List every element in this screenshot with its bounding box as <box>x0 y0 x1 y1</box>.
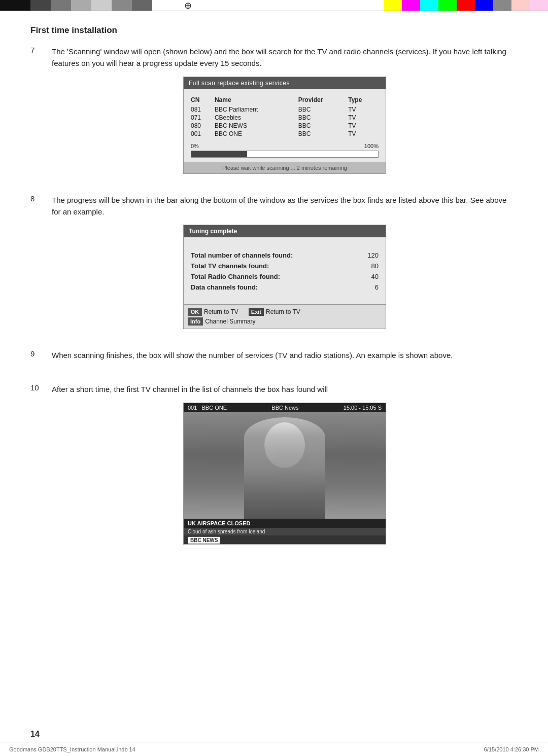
info-button-text: Channel Summary <box>205 318 255 325</box>
color-block <box>112 0 132 11</box>
scan-progress-bar <box>191 151 379 158</box>
step-10-content: After a short time, the first TV channel… <box>52 383 518 549</box>
tv-screen-container: 001 BBC ONE BBC News 15:00 - 15:05 S <box>52 403 518 545</box>
color-block <box>30 0 51 11</box>
scan-screen: Full scan replace existing services CN N… <box>183 77 386 174</box>
ok-button-label[interactable]: OK <box>188 308 202 316</box>
tv-logo-text: BBC NEWS <box>190 537 218 543</box>
step-7-content: The 'Scanning' window will open (shown b… <box>52 46 518 179</box>
scan-col-cn: CN <box>191 95 215 105</box>
step-9: 9 When scanning finishes, the box will s… <box>30 349 518 368</box>
tv-ticker-text: Cloud of ash spreads from Iceland <box>188 529 265 534</box>
color-block-blue <box>475 0 493 11</box>
color-block-light <box>530 0 548 11</box>
tuning-label: Data channels found: <box>191 283 258 291</box>
center-symbol: ⊕ <box>173 0 203 11</box>
exit-button-label[interactable]: Exit <box>249 308 264 316</box>
tuning-value: 80 <box>371 262 379 270</box>
exit-button-text: Return to TV <box>266 308 300 315</box>
table-cell: 080 <box>191 122 215 130</box>
scan-col-type: Type <box>348 95 379 105</box>
color-block <box>91 0 112 11</box>
footer-left: Goodmans GDB20TTS_Instruction Manual.ind… <box>9 746 135 752</box>
tuning-btn-row-ok-exit: OK Return to TV Exit Return to TV <box>188 308 382 316</box>
tv-ticker: Cloud of ash spreads from Iceland <box>184 528 386 535</box>
step-number-10: 10 <box>30 383 52 392</box>
tuning-row-tv: Total TV channels found: 80 <box>191 262 379 270</box>
color-block-cyan <box>420 0 438 11</box>
step-8-content: The progress will be shown in the bar al… <box>52 194 518 335</box>
table-cell: BBC <box>298 130 349 138</box>
color-block <box>51 0 71 11</box>
color-block-red <box>457 0 475 11</box>
tuning-screen-header: Tuning complete <box>184 225 386 237</box>
table-cell: BBC NEWS <box>215 122 298 130</box>
tv-top-bar: 001 BBC ONE BBC News 15:00 - 15:05 S <box>184 403 386 412</box>
top-color-bar: ⊕ <box>0 0 548 11</box>
tuning-screen-container: Tuning complete Total number of channels… <box>52 225 518 329</box>
tuning-buttons: OK Return to TV Exit Return to TV Info C… <box>184 304 386 329</box>
table-cell: TV <box>348 122 379 130</box>
step-7-text: The 'Scanning' window will open (shown b… <box>52 46 518 69</box>
color-block-green <box>438 0 457 11</box>
tv-channel-name: BBC ONE <box>202 405 227 411</box>
tv-logo: BBC NEWS <box>188 536 220 544</box>
table-cell: TV <box>348 114 379 122</box>
ok-button-text: Return to TV <box>204 308 238 315</box>
footer-right: 6/15/2010 4:26:30 PM <box>484 746 539 752</box>
table-cell: 081 <box>191 105 215 114</box>
table-cell: 001 <box>191 130 215 138</box>
page-number: 14 <box>30 730 40 739</box>
table-cell: 071 <box>191 114 215 122</box>
color-block-magenta <box>402 0 420 11</box>
person-head <box>264 422 305 468</box>
scan-progress-labels: 0% 100% <box>191 143 379 149</box>
tv-channel-info: 001 BBC ONE <box>188 405 227 411</box>
scan-table: CN Name Provider Type 081 BBC Parliament <box>191 95 379 138</box>
tuning-row-data: Data channels found: 6 <box>191 283 379 291</box>
tuning-value: 120 <box>367 251 379 259</box>
tv-lower-bar: UK AIRSPACE CLOSED <box>184 519 386 528</box>
scan-screen-body: CN Name Provider Type 081 BBC Parliament <box>184 89 386 162</box>
section-title: First time installation <box>30 25 518 35</box>
color-block <box>132 0 152 11</box>
tv-logo-bar: BBC NEWS <box>184 535 386 545</box>
tuning-label: Total TV channels found: <box>191 262 269 270</box>
table-cell: BBC Parliament <box>215 105 298 114</box>
table-cell: BBC ONE <box>215 130 298 138</box>
color-block <box>0 0 30 11</box>
scan-screen-footer: Please wait while scanning ... 2 minutes… <box>184 162 386 173</box>
step-7: 7 The 'Scanning' window will open (shown… <box>30 46 518 179</box>
tuning-row-total: Total number of channels found: 120 <box>191 251 379 259</box>
scan-screen-container: Full scan replace existing services CN N… <box>52 77 518 174</box>
step-number-8: 8 <box>30 194 52 203</box>
step-8: 8 The progress will be shown in the bar … <box>30 194 518 335</box>
table-cell: TV <box>348 130 379 138</box>
tuning-row-radio: Total Radio Channels found: 40 <box>191 273 379 280</box>
main-content: First time installation 7 The 'Scanning'… <box>0 11 548 595</box>
tv-time: 15:00 - 15:05 S <box>344 405 382 411</box>
tuning-btn-row-info: Info Channel Summary <box>188 317 382 326</box>
table-cell: CBeebies <box>215 114 298 122</box>
table-cell: BBC <box>298 105 349 114</box>
scan-progress-end: 100% <box>364 143 379 149</box>
color-block <box>71 0 91 11</box>
tv-program-name: BBC News <box>271 405 298 411</box>
table-row: 071 CBeebies BBC TV <box>191 114 379 122</box>
left-color-blocks <box>0 0 173 11</box>
scan-progress-fill <box>191 151 247 157</box>
scan-screen-header: Full scan replace existing services <box>184 77 386 89</box>
table-row: 081 BBC Parliament BBC TV <box>191 105 379 114</box>
step-9-text: When scanning finishes, the box will sho… <box>52 349 518 361</box>
scan-progress-start: 0% <box>191 143 199 149</box>
tv-image-area <box>184 412 386 519</box>
tuning-value: 6 <box>375 283 379 291</box>
tuning-label: Total number of channels found: <box>191 251 293 259</box>
tuning-value: 40 <box>371 273 379 280</box>
tuning-screen: Tuning complete Total number of channels… <box>183 225 386 329</box>
table-row: 080 BBC NEWS BBC TV <box>191 122 379 130</box>
tv-screen: 001 BBC ONE BBC News 15:00 - 15:05 S <box>183 403 386 545</box>
color-block-pink <box>511 0 530 11</box>
tv-lower-text: UK AIRSPACE CLOSED <box>188 520 250 526</box>
info-button-label[interactable]: Info <box>188 317 203 326</box>
